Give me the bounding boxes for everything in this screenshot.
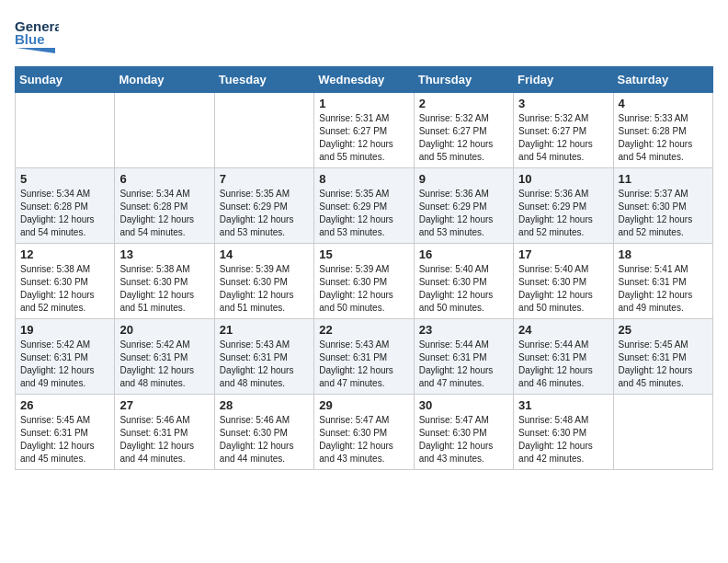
calendar-cell: 21Sunrise: 5:43 AM Sunset: 6:31 PM Dayli… bbox=[214, 319, 313, 395]
calendar-cell: 27Sunrise: 5:46 AM Sunset: 6:31 PM Dayli… bbox=[115, 395, 214, 470]
day-number: 7 bbox=[220, 172, 309, 186]
day-info: Sunrise: 5:34 AM Sunset: 6:28 PM Dayligh… bbox=[20, 188, 109, 239]
calendar-cell: 12Sunrise: 5:38 AM Sunset: 6:30 PM Dayli… bbox=[16, 244, 115, 319]
day-info: Sunrise: 5:46 AM Sunset: 6:31 PM Dayligh… bbox=[119, 414, 209, 465]
day-info: Sunrise: 5:35 AM Sunset: 6:29 PM Dayligh… bbox=[220, 188, 309, 239]
weekday-header: Wednesday bbox=[314, 67, 414, 93]
day-info: Sunrise: 5:44 AM Sunset: 6:31 PM Dayligh… bbox=[419, 339, 508, 390]
weekday-header: Tuesday bbox=[214, 67, 313, 93]
day-info: Sunrise: 5:44 AM Sunset: 6:31 PM Dayligh… bbox=[518, 339, 608, 390]
calendar-cell: 10Sunrise: 5:36 AM Sunset: 6:29 PM Dayli… bbox=[514, 168, 613, 244]
day-number: 19 bbox=[20, 323, 109, 337]
svg-text:Blue: Blue bbox=[15, 31, 45, 47]
day-number: 21 bbox=[220, 323, 309, 337]
day-info: Sunrise: 5:38 AM Sunset: 6:30 PM Dayligh… bbox=[20, 263, 109, 315]
calendar-week-row: 1Sunrise: 5:31 AM Sunset: 6:27 PM Daylig… bbox=[16, 93, 713, 168]
day-number: 13 bbox=[119, 247, 209, 261]
calendar-cell: 28Sunrise: 5:46 AM Sunset: 6:30 PM Dayli… bbox=[214, 395, 313, 470]
day-number: 3 bbox=[518, 97, 608, 110]
day-info: Sunrise: 5:40 AM Sunset: 6:30 PM Dayligh… bbox=[518, 263, 608, 315]
svg-marker-2 bbox=[17, 48, 55, 53]
day-info: Sunrise: 5:43 AM Sunset: 6:31 PM Dayligh… bbox=[319, 339, 408, 390]
day-info: Sunrise: 5:33 AM Sunset: 6:28 PM Dayligh… bbox=[619, 112, 708, 164]
day-number: 28 bbox=[220, 398, 309, 412]
calendar-cell: 31Sunrise: 5:48 AM Sunset: 6:30 PM Dayli… bbox=[514, 395, 613, 470]
calendar-cell: 4Sunrise: 5:33 AM Sunset: 6:28 PM Daylig… bbox=[613, 93, 712, 168]
calendar-cell: 5Sunrise: 5:34 AM Sunset: 6:28 PM Daylig… bbox=[16, 168, 115, 244]
calendar-cell: 16Sunrise: 5:40 AM Sunset: 6:30 PM Dayli… bbox=[414, 244, 513, 319]
calendar-cell: 24Sunrise: 5:44 AM Sunset: 6:31 PM Dayli… bbox=[514, 319, 613, 395]
day-number: 24 bbox=[518, 323, 608, 337]
page-header: General Blue bbox=[15, 15, 713, 55]
weekday-header: Sunday bbox=[16, 67, 115, 93]
calendar-cell: 2Sunrise: 5:32 AM Sunset: 6:27 PM Daylig… bbox=[414, 93, 513, 168]
day-number: 18 bbox=[619, 247, 708, 261]
logo: General Blue bbox=[15, 15, 59, 55]
calendar-cell: 22Sunrise: 5:43 AM Sunset: 6:31 PM Dayli… bbox=[314, 319, 414, 395]
calendar-cell: 30Sunrise: 5:47 AM Sunset: 6:30 PM Dayli… bbox=[414, 395, 513, 470]
day-info: Sunrise: 5:31 AM Sunset: 6:27 PM Dayligh… bbox=[319, 112, 408, 164]
day-info: Sunrise: 5:47 AM Sunset: 6:30 PM Dayligh… bbox=[419, 414, 508, 465]
day-number: 11 bbox=[619, 172, 708, 186]
day-number: 6 bbox=[119, 172, 209, 186]
day-info: Sunrise: 5:36 AM Sunset: 6:29 PM Dayligh… bbox=[518, 188, 608, 239]
day-info: Sunrise: 5:40 AM Sunset: 6:30 PM Dayligh… bbox=[419, 263, 508, 315]
calendar-cell: 9Sunrise: 5:36 AM Sunset: 6:29 PM Daylig… bbox=[414, 168, 513, 244]
weekday-header: Friday bbox=[514, 67, 613, 93]
day-info: Sunrise: 5:42 AM Sunset: 6:31 PM Dayligh… bbox=[20, 339, 109, 390]
calendar-week-row: 19Sunrise: 5:42 AM Sunset: 6:31 PM Dayli… bbox=[16, 319, 713, 395]
calendar-cell: 26Sunrise: 5:45 AM Sunset: 6:31 PM Dayli… bbox=[16, 395, 115, 470]
day-number: 16 bbox=[419, 247, 508, 261]
calendar-table: SundayMondayTuesdayWednesdayThursdayFrid… bbox=[15, 66, 713, 470]
day-number: 29 bbox=[319, 398, 408, 412]
calendar-cell: 3Sunrise: 5:32 AM Sunset: 6:27 PM Daylig… bbox=[514, 93, 613, 168]
day-number: 5 bbox=[20, 172, 109, 186]
day-number: 12 bbox=[20, 247, 109, 261]
calendar-cell: 15Sunrise: 5:39 AM Sunset: 6:30 PM Dayli… bbox=[314, 244, 414, 319]
weekday-header: Monday bbox=[115, 67, 214, 93]
day-number: 17 bbox=[518, 247, 608, 261]
day-info: Sunrise: 5:46 AM Sunset: 6:30 PM Dayligh… bbox=[220, 414, 309, 465]
day-number: 1 bbox=[319, 97, 408, 110]
day-number: 2 bbox=[419, 97, 508, 110]
calendar-cell: 17Sunrise: 5:40 AM Sunset: 6:30 PM Dayli… bbox=[514, 244, 613, 319]
day-info: Sunrise: 5:37 AM Sunset: 6:30 PM Dayligh… bbox=[619, 188, 708, 239]
calendar-cell: 11Sunrise: 5:37 AM Sunset: 6:30 PM Dayli… bbox=[613, 168, 712, 244]
day-info: Sunrise: 5:45 AM Sunset: 6:31 PM Dayligh… bbox=[20, 414, 109, 465]
day-number: 20 bbox=[119, 323, 209, 337]
logo-icon: General Blue bbox=[15, 15, 59, 55]
day-number: 4 bbox=[619, 97, 708, 110]
weekday-header: Thursday bbox=[414, 67, 513, 93]
day-number: 14 bbox=[220, 247, 309, 261]
day-number: 27 bbox=[119, 398, 209, 412]
calendar-week-row: 12Sunrise: 5:38 AM Sunset: 6:30 PM Dayli… bbox=[16, 244, 713, 319]
day-info: Sunrise: 5:42 AM Sunset: 6:31 PM Dayligh… bbox=[119, 339, 209, 390]
day-info: Sunrise: 5:34 AM Sunset: 6:28 PM Dayligh… bbox=[119, 188, 209, 239]
calendar-cell: 23Sunrise: 5:44 AM Sunset: 6:31 PM Dayli… bbox=[414, 319, 513, 395]
calendar-cell: 13Sunrise: 5:38 AM Sunset: 6:30 PM Dayli… bbox=[115, 244, 214, 319]
calendar-cell: 20Sunrise: 5:42 AM Sunset: 6:31 PM Dayli… bbox=[115, 319, 214, 395]
day-number: 30 bbox=[419, 398, 508, 412]
calendar-week-row: 26Sunrise: 5:45 AM Sunset: 6:31 PM Dayli… bbox=[16, 395, 713, 470]
calendar-cell: 19Sunrise: 5:42 AM Sunset: 6:31 PM Dayli… bbox=[16, 319, 115, 395]
calendar-cell: 14Sunrise: 5:39 AM Sunset: 6:30 PM Dayli… bbox=[214, 244, 313, 319]
calendar-cell bbox=[613, 395, 712, 470]
calendar-cell: 7Sunrise: 5:35 AM Sunset: 6:29 PM Daylig… bbox=[214, 168, 313, 244]
day-info: Sunrise: 5:36 AM Sunset: 6:29 PM Dayligh… bbox=[419, 188, 508, 239]
calendar-cell: 8Sunrise: 5:35 AM Sunset: 6:29 PM Daylig… bbox=[314, 168, 414, 244]
calendar-cell bbox=[214, 93, 313, 168]
day-number: 9 bbox=[419, 172, 508, 186]
calendar-cell bbox=[115, 93, 214, 168]
day-number: 26 bbox=[20, 398, 109, 412]
day-number: 10 bbox=[518, 172, 608, 186]
weekday-header-row: SundayMondayTuesdayWednesdayThursdayFrid… bbox=[16, 67, 713, 93]
day-info: Sunrise: 5:48 AM Sunset: 6:30 PM Dayligh… bbox=[518, 414, 608, 465]
day-number: 31 bbox=[518, 398, 608, 412]
day-info: Sunrise: 5:41 AM Sunset: 6:31 PM Dayligh… bbox=[619, 263, 708, 315]
day-number: 15 bbox=[319, 247, 408, 261]
calendar-cell: 1Sunrise: 5:31 AM Sunset: 6:27 PM Daylig… bbox=[314, 93, 414, 168]
day-number: 22 bbox=[319, 323, 408, 337]
day-info: Sunrise: 5:47 AM Sunset: 6:30 PM Dayligh… bbox=[319, 414, 408, 465]
day-info: Sunrise: 5:45 AM Sunset: 6:31 PM Dayligh… bbox=[619, 339, 708, 390]
day-number: 23 bbox=[419, 323, 508, 337]
